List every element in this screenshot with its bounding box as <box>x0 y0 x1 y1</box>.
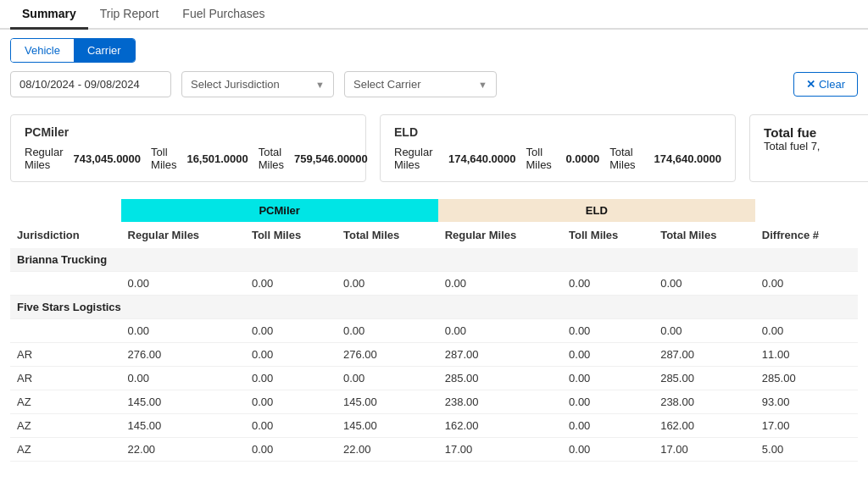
cell-pcmiler-toll: 0.00 <box>245 343 337 367</box>
fuel-card: Total fue Total fuel 7, <box>749 114 868 182</box>
eld-title: ELD <box>394 125 721 139</box>
eld-group-header: ELD <box>438 199 755 222</box>
cell-pcmiler-total: 145.00 <box>337 414 438 438</box>
cell-pcmiler-toll: 0.00 <box>245 438 337 462</box>
fuel-title: Total fue <box>764 125 868 140</box>
cell-jurisdiction: AZ <box>10 390 121 414</box>
cell-eld-total: 17.00 <box>654 438 755 462</box>
pcmiler-toll-value: 16,501.0000 <box>186 152 248 165</box>
carrier-select[interactable]: Select Carrier ▼ <box>344 71 497 97</box>
cell-pcmiler-total: 276.00 <box>337 343 438 367</box>
jurisdiction-header-empty <box>10 199 121 222</box>
tab-fuel-purchases[interactable]: Fuel Purchases <box>170 0 276 30</box>
cell-jurisdiction <box>10 319 121 343</box>
cell-eld-total: 287.00 <box>654 343 755 367</box>
table-row: 0.00 0.00 0.00 0.00 0.00 0.00 0.00 <box>10 319 858 343</box>
table-row: AZ 145.00 0.00 145.00 162.00 0.00 162.00… <box>10 414 858 438</box>
pcmiler-regular-value: 743,045.0000 <box>74 152 142 165</box>
cell-eld-toll: 0.00 <box>562 414 654 438</box>
eld-regular-value: 174,640.0000 <box>448 152 516 165</box>
pcmiler-total-label: Total Miles <box>259 146 284 171</box>
cell-pcmiler-regular: 276.00 <box>121 343 245 367</box>
cell-difference: 0.00 <box>755 319 858 343</box>
cell-eld-toll: 0.00 <box>562 438 654 462</box>
jurisdiction-select[interactable]: Select Jurisdiction ▼ <box>181 71 334 97</box>
carrier-name: Five Stars Logistics <box>10 296 858 319</box>
cell-jurisdiction <box>10 272 121 296</box>
col-pcmiler-toll: Toll Miles <box>245 222 337 248</box>
table-row: 0.00 0.00 0.00 0.00 0.00 0.00 0.00 <box>10 272 858 296</box>
cell-difference: 11.00 <box>755 343 858 367</box>
cell-pcmiler-regular: 22.00 <box>121 438 245 462</box>
cell-eld-regular: 162.00 <box>438 414 562 438</box>
pcmiler-toll-label: Toll Miles <box>151 146 176 171</box>
fuel-total: Total fuel 7, <box>764 140 868 152</box>
cell-eld-regular: 17.00 <box>438 438 562 462</box>
carrier-select-label: Select Carrier <box>353 78 420 91</box>
col-eld-toll: Toll Miles <box>562 222 654 248</box>
cell-eld-regular: 285.00 <box>438 367 562 390</box>
date-range-input[interactable] <box>10 71 171 97</box>
cell-eld-regular: 238.00 <box>438 390 562 414</box>
header-group-row: PCMiler ELD <box>10 199 858 222</box>
pcmiler-metrics: Regular Miles 743,045.0000 Toll Miles 16… <box>25 146 352 171</box>
chevron-down-icon: ▼ <box>478 80 487 90</box>
pcmiler-total-value: 759,546.00000 <box>294 152 368 165</box>
cell-eld-toll: 0.00 <box>562 390 654 414</box>
vehicle-toggle[interactable]: Vehicle <box>11 39 74 62</box>
eld-metrics: Regular Miles 174,640.0000 Toll Miles 0.… <box>394 146 721 171</box>
col-pcmiler-regular: Regular Miles <box>121 222 245 248</box>
cell-pcmiler-total: 0.00 <box>337 272 438 296</box>
cell-eld-regular: 287.00 <box>438 343 562 367</box>
table-row: AZ 145.00 0.00 145.00 238.00 0.00 238.00… <box>10 390 858 414</box>
col-eld-total: Total Miles <box>654 222 755 248</box>
cell-pcmiler-regular: 0.00 <box>121 367 245 390</box>
cell-difference: 0.00 <box>755 272 858 296</box>
cell-difference: 285.00 <box>755 367 858 390</box>
carrier-row: Five Stars Logistics <box>10 296 858 319</box>
jurisdiction-table: PCMiler ELD Jurisdiction Regular Miles T… <box>10 199 858 462</box>
cell-pcmiler-total: 145.00 <box>337 390 438 414</box>
eld-regular-label: Regular Miles <box>394 146 438 171</box>
pcmiler-card: PCMiler Regular Miles 743,045.0000 Toll … <box>10 114 366 182</box>
toggle-group: Vehicle Carrier <box>10 38 136 63</box>
cell-eld-total: 0.00 <box>654 319 755 343</box>
cell-pcmiler-toll: 0.00 <box>245 319 337 343</box>
cell-pcmiler-regular: 0.00 <box>121 319 245 343</box>
cell-pcmiler-regular: 145.00 <box>121 414 245 438</box>
cell-eld-total: 285.00 <box>654 367 755 390</box>
col-difference: Diffrence # <box>755 222 858 248</box>
top-tab-bar: Summary Trip Report Fuel Purchases <box>0 0 868 30</box>
cell-jurisdiction: AR <box>10 343 121 367</box>
cell-eld-total: 162.00 <box>654 414 755 438</box>
pcmiler-title: PCMiler <box>25 125 352 139</box>
cell-eld-toll: 0.00 <box>562 367 654 390</box>
cell-pcmiler-total: 22.00 <box>337 438 438 462</box>
carrier-name: Brianna Trucking <box>10 248 858 272</box>
pcmiler-group-header: PCMiler <box>121 199 438 222</box>
eld-toll-label: Toll Miles <box>526 146 556 171</box>
jurisdiction-select-label: Select Jurisdiction <box>191 78 280 91</box>
col-eld-regular: Regular Miles <box>438 222 562 248</box>
cell-jurisdiction: AZ <box>10 414 121 438</box>
carrier-toggle[interactable]: Carrier <box>74 39 135 62</box>
cell-pcmiler-toll: 0.00 <box>245 272 337 296</box>
eld-toll-value: 0.0000 <box>566 152 600 165</box>
cell-pcmiler-toll: 0.00 <box>245 390 337 414</box>
tab-summary[interactable]: Summary <box>10 0 88 30</box>
col-pcmiler-total: Total Miles <box>337 222 438 248</box>
tab-trip-report[interactable]: Trip Report <box>88 0 171 30</box>
cell-difference: 5.00 <box>755 438 858 462</box>
table-row: AR 276.00 0.00 276.00 287.00 0.00 287.00… <box>10 343 858 367</box>
cell-eld-regular: 0.00 <box>438 272 562 296</box>
cell-pcmiler-total: 0.00 <box>337 367 438 390</box>
cell-pcmiler-regular: 0.00 <box>121 272 245 296</box>
cell-jurisdiction: AR <box>10 367 121 390</box>
clear-button[interactable]: ✕ Clear <box>793 72 858 97</box>
cell-pcmiler-total: 0.00 <box>337 319 438 343</box>
cell-jurisdiction: AZ <box>10 438 121 462</box>
cell-eld-total: 0.00 <box>654 272 755 296</box>
cell-pcmiler-regular: 145.00 <box>121 390 245 414</box>
table-row: AR 0.00 0.00 0.00 285.00 0.00 285.00 285… <box>10 367 858 390</box>
cell-difference: 17.00 <box>755 414 858 438</box>
